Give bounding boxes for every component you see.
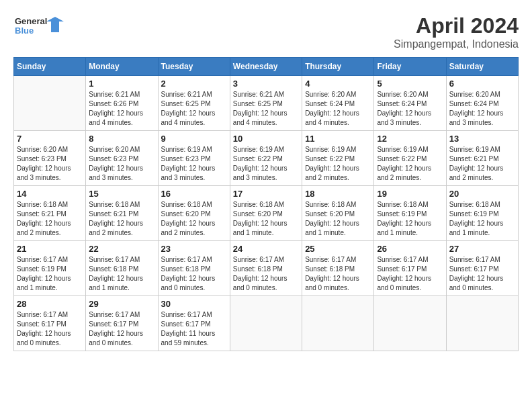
calendar-header-row: SundayMondayTuesdayWednesdayThursdayFrid… xyxy=(14,58,519,76)
day-number: 17 xyxy=(233,189,299,199)
calendar-cell: 16Sunrise: 6:18 AM Sunset: 6:20 PM Dayli… xyxy=(158,186,230,241)
calendar-cell: 15Sunrise: 6:18 AM Sunset: 6:21 PM Dayli… xyxy=(86,186,158,241)
day-info: Sunrise: 6:17 AM Sunset: 6:17 PM Dayligh… xyxy=(89,310,154,348)
header: General Blue April 2024 Simpangempat, In… xyxy=(13,13,519,50)
day-number: 14 xyxy=(17,189,83,199)
day-number: 27 xyxy=(449,244,515,254)
logo-area: General Blue xyxy=(13,13,67,43)
day-number: 15 xyxy=(89,189,154,199)
day-number: 25 xyxy=(305,244,371,254)
calendar-cell: 3Sunrise: 6:21 AM Sunset: 6:25 PM Daylig… xyxy=(230,76,302,131)
day-number: 21 xyxy=(17,244,83,254)
day-info: Sunrise: 6:17 AM Sunset: 6:19 PM Dayligh… xyxy=(17,255,83,293)
calendar-cell: 14Sunrise: 6:18 AM Sunset: 6:21 PM Dayli… xyxy=(14,186,86,241)
calendar-table: SundayMondayTuesdayWednesdayThursdayFrid… xyxy=(13,57,519,351)
day-info: Sunrise: 6:17 AM Sunset: 6:18 PM Dayligh… xyxy=(161,255,227,293)
calendar-cell: 19Sunrise: 6:18 AM Sunset: 6:19 PM Dayli… xyxy=(374,186,446,241)
calendar-day-header: Tuesday xyxy=(158,58,230,76)
day-number: 20 xyxy=(449,189,515,199)
calendar-day-header: Monday xyxy=(86,58,158,76)
calendar-cell: 17Sunrise: 6:18 AM Sunset: 6:20 PM Dayli… xyxy=(230,186,302,241)
day-info: Sunrise: 6:17 AM Sunset: 6:17 PM Dayligh… xyxy=(17,310,83,348)
title-area: April 2024 Simpangempat, Indonesia xyxy=(394,13,519,50)
calendar-cell: 27Sunrise: 6:17 AM Sunset: 6:17 PM Dayli… xyxy=(446,241,518,296)
day-number: 8 xyxy=(89,134,154,144)
day-info: Sunrise: 6:17 AM Sunset: 6:17 PM Dayligh… xyxy=(377,255,443,293)
day-number: 22 xyxy=(89,244,154,254)
day-info: Sunrise: 6:18 AM Sunset: 6:20 PM Dayligh… xyxy=(305,200,371,238)
day-info: Sunrise: 6:21 AM Sunset: 6:25 PM Dayligh… xyxy=(233,90,299,128)
day-number: 29 xyxy=(89,299,154,309)
day-number: 19 xyxy=(377,189,443,199)
day-info: Sunrise: 6:20 AM Sunset: 6:24 PM Dayligh… xyxy=(449,90,515,128)
day-info: Sunrise: 6:18 AM Sunset: 6:19 PM Dayligh… xyxy=(449,200,515,238)
calendar-cell: 20Sunrise: 6:18 AM Sunset: 6:19 PM Dayli… xyxy=(446,186,518,241)
day-info: Sunrise: 6:20 AM Sunset: 6:24 PM Dayligh… xyxy=(305,90,371,128)
day-info: Sunrise: 6:18 AM Sunset: 6:21 PM Dayligh… xyxy=(17,200,83,238)
svg-text:General: General xyxy=(15,16,47,26)
calendar-day-header: Saturday xyxy=(446,58,518,76)
day-info: Sunrise: 6:17 AM Sunset: 6:17 PM Dayligh… xyxy=(449,255,515,293)
day-info: Sunrise: 6:20 AM Sunset: 6:24 PM Dayligh… xyxy=(377,90,443,128)
calendar-cell: 23Sunrise: 6:17 AM Sunset: 6:18 PM Dayli… xyxy=(158,241,230,296)
day-number: 18 xyxy=(305,189,371,199)
day-number: 9 xyxy=(161,134,227,144)
day-number: 4 xyxy=(305,79,371,89)
day-info: Sunrise: 6:20 AM Sunset: 6:23 PM Dayligh… xyxy=(89,145,154,183)
calendar-cell: 5Sunrise: 6:20 AM Sunset: 6:24 PM Daylig… xyxy=(374,76,446,131)
day-number: 11 xyxy=(305,134,371,144)
calendar-week-row: 14Sunrise: 6:18 AM Sunset: 6:21 PM Dayli… xyxy=(14,186,519,241)
calendar-day-header: Sunday xyxy=(14,58,86,76)
calendar-cell: 26Sunrise: 6:17 AM Sunset: 6:17 PM Dayli… xyxy=(374,241,446,296)
calendar-week-row: 21Sunrise: 6:17 AM Sunset: 6:19 PM Dayli… xyxy=(14,241,519,296)
calendar-cell: 7Sunrise: 6:20 AM Sunset: 6:23 PM Daylig… xyxy=(14,131,86,186)
calendar-cell: 11Sunrise: 6:19 AM Sunset: 6:22 PM Dayli… xyxy=(302,131,374,186)
calendar-week-row: 1Sunrise: 6:21 AM Sunset: 6:26 PM Daylig… xyxy=(14,76,519,131)
page-subtitle: Simpangempat, Indonesia xyxy=(394,38,519,50)
calendar-cell: 25Sunrise: 6:17 AM Sunset: 6:18 PM Dayli… xyxy=(302,241,374,296)
day-info: Sunrise: 6:19 AM Sunset: 6:22 PM Dayligh… xyxy=(233,145,299,183)
day-info: Sunrise: 6:17 AM Sunset: 6:18 PM Dayligh… xyxy=(305,255,371,293)
calendar-cell: 4Sunrise: 6:20 AM Sunset: 6:24 PM Daylig… xyxy=(302,76,374,131)
calendar-day-header: Thursday xyxy=(302,58,374,76)
calendar-cell: 10Sunrise: 6:19 AM Sunset: 6:22 PM Dayli… xyxy=(230,131,302,186)
day-number: 28 xyxy=(17,299,83,309)
day-info: Sunrise: 6:21 AM Sunset: 6:25 PM Dayligh… xyxy=(161,90,227,128)
calendar-cell: 22Sunrise: 6:17 AM Sunset: 6:18 PM Dayli… xyxy=(86,241,158,296)
calendar-cell: 6Sunrise: 6:20 AM Sunset: 6:24 PM Daylig… xyxy=(446,76,518,131)
calendar-cell: 24Sunrise: 6:17 AM Sunset: 6:18 PM Dayli… xyxy=(230,241,302,296)
day-info: Sunrise: 6:18 AM Sunset: 6:20 PM Dayligh… xyxy=(161,200,227,238)
calendar-cell: 29Sunrise: 6:17 AM Sunset: 6:17 PM Dayli… xyxy=(86,296,158,351)
calendar-cell: 13Sunrise: 6:19 AM Sunset: 6:21 PM Dayli… xyxy=(446,131,518,186)
calendar-cell: 30Sunrise: 6:17 AM Sunset: 6:17 PM Dayli… xyxy=(158,296,230,351)
day-number: 6 xyxy=(449,79,515,89)
day-number: 7 xyxy=(17,134,83,144)
calendar-week-row: 28Sunrise: 6:17 AM Sunset: 6:17 PM Dayli… xyxy=(14,296,519,351)
day-info: Sunrise: 6:18 AM Sunset: 6:19 PM Dayligh… xyxy=(377,200,443,238)
calendar-cell: 9Sunrise: 6:19 AM Sunset: 6:23 PM Daylig… xyxy=(158,131,230,186)
day-number: 12 xyxy=(377,134,443,144)
calendar-cell xyxy=(230,296,302,351)
day-info: Sunrise: 6:18 AM Sunset: 6:20 PM Dayligh… xyxy=(233,200,299,238)
calendar-cell xyxy=(302,296,374,351)
calendar-day-header: Friday xyxy=(374,58,446,76)
calendar-week-row: 7Sunrise: 6:20 AM Sunset: 6:23 PM Daylig… xyxy=(14,131,519,186)
logo: General Blue xyxy=(13,13,67,43)
day-info: Sunrise: 6:19 AM Sunset: 6:22 PM Dayligh… xyxy=(305,145,371,183)
day-info: Sunrise: 6:19 AM Sunset: 6:23 PM Dayligh… xyxy=(161,145,227,183)
calendar-cell: 28Sunrise: 6:17 AM Sunset: 6:17 PM Dayli… xyxy=(14,296,86,351)
day-info: Sunrise: 6:19 AM Sunset: 6:21 PM Dayligh… xyxy=(449,145,515,183)
calendar-cell: 21Sunrise: 6:17 AM Sunset: 6:19 PM Dayli… xyxy=(14,241,86,296)
page-title: April 2024 xyxy=(394,13,519,38)
calendar-cell: 2Sunrise: 6:21 AM Sunset: 6:25 PM Daylig… xyxy=(158,76,230,131)
day-number: 23 xyxy=(161,244,227,254)
svg-text:Blue: Blue xyxy=(15,26,34,36)
day-number: 13 xyxy=(449,134,515,144)
day-number: 30 xyxy=(161,299,227,309)
day-info: Sunrise: 6:17 AM Sunset: 6:17 PM Dayligh… xyxy=(161,310,227,348)
calendar-cell: 12Sunrise: 6:19 AM Sunset: 6:22 PM Dayli… xyxy=(374,131,446,186)
day-info: Sunrise: 6:21 AM Sunset: 6:26 PM Dayligh… xyxy=(89,90,154,128)
day-info: Sunrise: 6:17 AM Sunset: 6:18 PM Dayligh… xyxy=(233,255,299,293)
calendar-cell xyxy=(374,296,446,351)
calendar-cell: 1Sunrise: 6:21 AM Sunset: 6:26 PM Daylig… xyxy=(86,76,158,131)
